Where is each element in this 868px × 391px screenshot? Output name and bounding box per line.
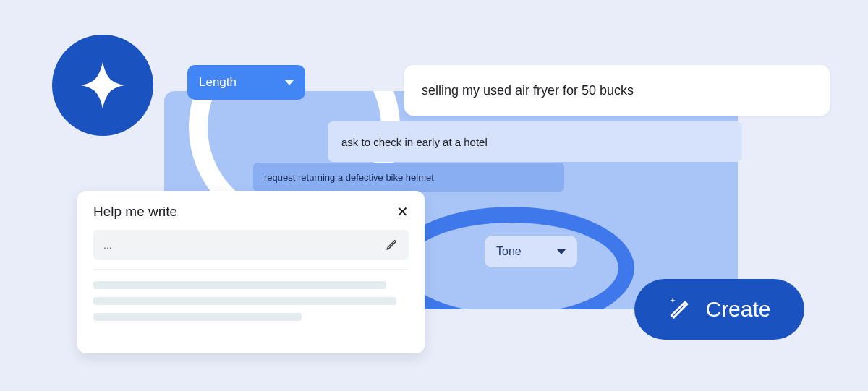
skeleton-line — [93, 281, 386, 289]
prompt-suggestion-1[interactable]: selling my used air fryer for 50 bucks — [404, 65, 830, 116]
prompt-input-placeholder: ... — [103, 239, 112, 251]
help-me-write-title: Help me write — [93, 204, 177, 220]
help-me-write-header: Help me write ✕ — [93, 204, 409, 220]
chevron-down-icon — [557, 249, 566, 254]
prompt-suggestion-3[interactable]: request returning a defective bike helme… — [253, 163, 564, 192]
prompt-input[interactable]: ... — [93, 230, 409, 260]
magic-pen-icon — [668, 295, 692, 325]
length-label: Length — [199, 75, 237, 90]
pencil-icon — [386, 238, 399, 253]
prompt-text: ask to check in early at a hotel — [341, 136, 488, 148]
tone-label: Tone — [496, 245, 522, 258]
sparkle-icon — [75, 57, 131, 113]
chevron-down-icon — [285, 80, 294, 85]
create-button[interactable]: Create — [634, 279, 804, 340]
prompt-text: request returning a defective bike helme… — [264, 172, 434, 183]
skeleton-line — [93, 297, 396, 305]
sparkle-logo — [52, 35, 153, 136]
create-button-label: Create — [705, 297, 770, 322]
tone-dropdown[interactable]: Tone — [485, 236, 577, 267]
close-icon[interactable]: ✕ — [396, 205, 409, 219]
prompt-suggestion-2[interactable]: ask to check in early at a hotel — [328, 121, 742, 162]
help-me-write-panel: Help me write ✕ ... — [77, 191, 425, 353]
length-dropdown[interactable]: Length — [187, 65, 305, 100]
prompt-text: selling my used air fryer for 50 bucks — [422, 83, 634, 98]
skeleton-line — [93, 313, 302, 321]
generated-text-preview — [93, 269, 409, 321]
